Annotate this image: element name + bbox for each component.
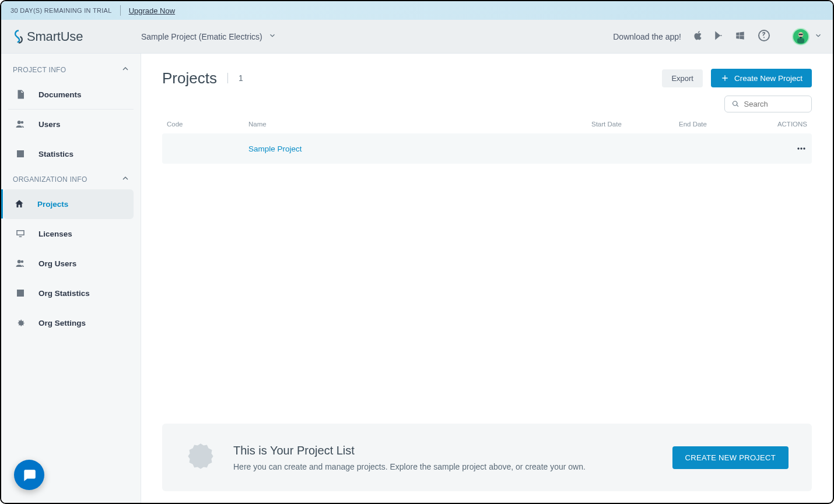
topbar: SmartUse Sample Project (Ematic Electric… — [1, 20, 833, 54]
export-button[interactable]: Export — [662, 69, 703, 87]
sidebar-item-label: Documents — [38, 90, 82, 99]
avatar — [792, 28, 810, 45]
sidebar-item-label: Statistics — [38, 150, 73, 158]
sidebar-item-licenses[interactable]: Licenses — [1, 219, 141, 249]
brand-text: SmartUse — [27, 29, 83, 44]
sidebar-item-statistics[interactable]: Statistics — [1, 139, 141, 169]
chevron-up-icon — [121, 64, 130, 75]
table-row[interactable]: Sample Project — [162, 133, 812, 164]
user-menu[interactable] — [792, 28, 822, 45]
sidebar-section-project-info[interactable]: PROJECT INFO — [1, 59, 141, 80]
document-icon — [15, 89, 26, 100]
sidebar-item-org-statistics[interactable]: Org Statistics — [1, 279, 141, 308]
search-input[interactable] — [744, 100, 804, 108]
chevron-down-icon — [814, 31, 822, 42]
search-icon — [732, 100, 740, 108]
sidebar-item-documents[interactable]: Documents — [8, 80, 134, 110]
info-badge-icon — [185, 441, 216, 474]
col-header-end: End Date — [679, 121, 761, 128]
col-header-start: Start Date — [591, 121, 679, 128]
sidebar-item-projects[interactable]: Projects — [3, 189, 134, 219]
sidebar-item-label: Org Settings — [38, 319, 86, 327]
button-label: Create New Project — [734, 74, 803, 83]
project-selector-label: Sample Project (Ematic Electrics) — [141, 32, 262, 41]
svg-point-2 — [797, 147, 799, 149]
cell-name[interactable]: Sample Project — [248, 144, 591, 153]
divider — [227, 73, 228, 83]
col-header-code: Code — [167, 121, 248, 128]
google-play-icon[interactable] — [714, 30, 724, 43]
trial-remaining-text: 30 DAY(S) REMAINING IN TRIAL — [10, 7, 112, 14]
chat-icon — [22, 467, 37, 482]
create-new-project-button[interactable]: Create New Project — [711, 69, 812, 87]
chevron-down-icon — [268, 31, 276, 41]
chart-icon — [15, 149, 26, 159]
divider — [120, 5, 121, 16]
chevron-up-icon — [121, 174, 130, 185]
sidebar-item-label: Licenses — [38, 230, 72, 238]
row-actions-button[interactable] — [761, 143, 807, 154]
sidebar-item-org-users[interactable]: Org Users — [1, 249, 141, 279]
upgrade-now-link[interactable]: Upgrade Now — [129, 6, 176, 15]
main-content: Projects 1 Export Create New Project Cod… — [141, 54, 833, 503]
chart-icon — [15, 288, 26, 298]
sidebar-item-label: Org Users — [38, 259, 76, 268]
more-icon — [796, 143, 807, 154]
svg-point-4 — [803, 147, 805, 149]
logo[interactable]: SmartUse — [10, 29, 141, 45]
section-label: ORGANIZATION INFO — [13, 175, 87, 184]
monitor-icon — [15, 228, 26, 239]
info-banner: This is Your Project List Here you can c… — [162, 424, 812, 491]
users-icon — [15, 119, 26, 129]
sidebar-item-label: Org Statistics — [38, 289, 90, 298]
sidebar-item-label: Users — [38, 120, 61, 129]
svg-rect-1 — [797, 38, 804, 43]
trial-banner: 30 DAY(S) REMAINING IN TRIAL Upgrade Now — [1, 1, 833, 20]
gear-icon — [15, 318, 26, 328]
section-label: PROJECT INFO — [13, 66, 66, 74]
chat-launcher[interactable] — [14, 460, 44, 490]
windows-icon[interactable] — [735, 30, 745, 43]
svg-point-3 — [800, 147, 802, 149]
sidebar: PROJECT INFO Documents Users Statistics … — [1, 54, 141, 503]
logo-icon — [10, 29, 27, 45]
users-icon — [15, 258, 26, 269]
sidebar-item-users[interactable]: Users — [1, 110, 141, 139]
sidebar-item-label: Projects — [37, 200, 68, 209]
help-icon[interactable] — [757, 29, 771, 45]
sidebar-item-org-settings[interactable]: Org Settings — [1, 308, 141, 338]
info-body: Here you can create and manage projects.… — [233, 462, 586, 471]
col-header-actions: ACTIONS — [761, 121, 807, 128]
page-title: Projects — [162, 69, 217, 87]
apple-icon[interactable] — [693, 30, 703, 43]
plus-icon — [720, 73, 730, 83]
project-selector[interactable]: Sample Project (Ematic Electrics) — [141, 31, 276, 41]
projects-count: 1 — [239, 73, 243, 83]
create-new-project-cta-button[interactable]: CREATE NEW PROJECT — [672, 446, 789, 469]
col-header-name: Name — [248, 121, 591, 128]
info-title: This is Your Project List — [233, 444, 586, 457]
download-app-label: Download the app! — [613, 32, 681, 41]
search-input-wrap[interactable] — [724, 96, 812, 112]
sidebar-section-org-info[interactable]: ORGANIZATION INFO — [1, 169, 141, 189]
table-header: Code Name Start Date End Date ACTIONS — [162, 112, 812, 133]
house-icon — [14, 199, 24, 209]
